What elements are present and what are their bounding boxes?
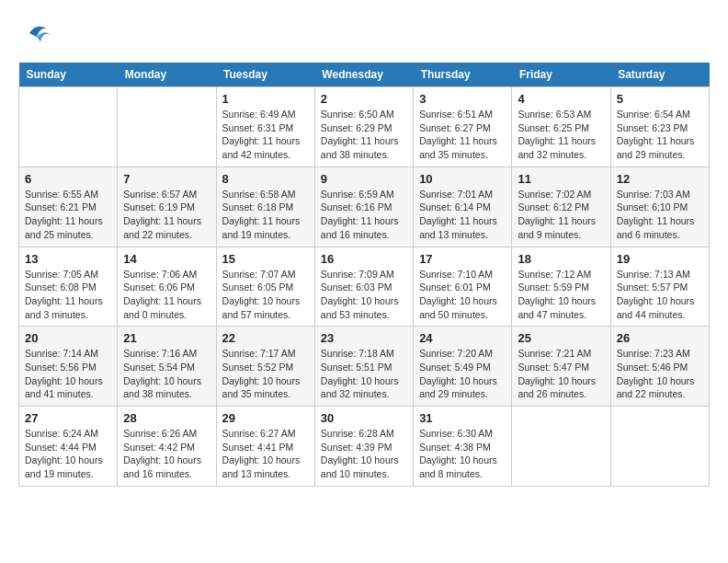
day-number: 15 [222, 252, 309, 266]
calendar-cell: 14Sunrise: 7:06 AM Sunset: 6:06 PM Dayli… [118, 247, 216, 327]
day-number: 5 [617, 92, 703, 106]
calendar-cell: 20Sunrise: 7:14 AM Sunset: 5:56 PM Dayli… [19, 327, 118, 407]
cell-content: Sunrise: 7:06 AM Sunset: 6:06 PM Dayligh… [123, 268, 210, 322]
calendar-cell: 9Sunrise: 6:59 AM Sunset: 6:16 PM Daylig… [314, 167, 413, 247]
calendar-cell: 16Sunrise: 7:09 AM Sunset: 6:03 PM Dayli… [314, 247, 413, 327]
day-number: 31 [419, 411, 506, 425]
day-number: 12 [617, 172, 703, 186]
week-row-5: 27Sunrise: 6:24 AM Sunset: 4:44 PM Dayli… [19, 407, 710, 487]
calendar-cell: 28Sunrise: 6:26 AM Sunset: 4:42 PM Dayli… [118, 407, 216, 487]
cell-content: Sunrise: 6:59 AM Sunset: 6:16 PM Dayligh… [321, 188, 407, 242]
calendar-cell [19, 87, 118, 167]
cell-content: Sunrise: 6:58 AM Sunset: 6:18 PM Dayligh… [222, 188, 309, 242]
calendar-cell: 10Sunrise: 7:01 AM Sunset: 6:14 PM Dayli… [414, 167, 512, 247]
calendar-cell: 5Sunrise: 6:54 AM Sunset: 6:23 PM Daylig… [610, 87, 709, 167]
page-header [18, 18, 710, 48]
cell-content: Sunrise: 6:26 AM Sunset: 4:42 PM Dayligh… [123, 427, 210, 481]
cell-content: Sunrise: 7:09 AM Sunset: 6:03 PM Dayligh… [321, 268, 407, 322]
week-row-4: 20Sunrise: 7:14 AM Sunset: 5:56 PM Dayli… [19, 327, 710, 407]
calendar-cell: 7Sunrise: 6:57 AM Sunset: 6:19 PM Daylig… [118, 167, 216, 247]
header-cell-friday: Friday [512, 63, 610, 87]
cell-content: Sunrise: 7:17 AM Sunset: 5:52 PM Dayligh… [222, 347, 309, 401]
cell-content: Sunrise: 7:01 AM Sunset: 6:14 PM Dayligh… [419, 188, 506, 242]
week-row-1: 1Sunrise: 6:49 AM Sunset: 6:31 PM Daylig… [19, 87, 710, 167]
calendar-cell: 6Sunrise: 6:55 AM Sunset: 6:21 PM Daylig… [19, 167, 118, 247]
cell-content: Sunrise: 7:12 AM Sunset: 5:59 PM Dayligh… [518, 268, 604, 322]
cell-content: Sunrise: 7:23 AM Sunset: 5:46 PM Dayligh… [617, 347, 703, 401]
day-number: 27 [25, 411, 111, 425]
calendar-cell: 30Sunrise: 6:28 AM Sunset: 4:39 PM Dayli… [314, 407, 413, 487]
day-number: 11 [518, 172, 604, 186]
header-cell-monday: Monday [118, 63, 216, 87]
day-number: 28 [123, 411, 210, 425]
day-number: 16 [321, 252, 407, 266]
day-number: 19 [617, 252, 703, 266]
calendar-cell: 8Sunrise: 6:58 AM Sunset: 6:18 PM Daylig… [216, 167, 314, 247]
day-number: 30 [321, 411, 407, 425]
calendar-cell: 26Sunrise: 7:23 AM Sunset: 5:46 PM Dayli… [610, 327, 709, 407]
cell-content: Sunrise: 6:30 AM Sunset: 4:38 PM Dayligh… [419, 427, 506, 481]
cell-content: Sunrise: 6:27 AM Sunset: 4:41 PM Dayligh… [222, 427, 309, 481]
day-number: 3 [419, 92, 506, 106]
day-number: 14 [123, 252, 210, 266]
calendar-cell: 18Sunrise: 7:12 AM Sunset: 5:59 PM Dayli… [512, 247, 610, 327]
header-row: SundayMondayTuesdayWednesdayThursdayFrid… [19, 63, 710, 87]
calendar-cell: 31Sunrise: 6:30 AM Sunset: 4:38 PM Dayli… [414, 407, 512, 487]
day-number: 17 [419, 252, 506, 266]
week-row-3: 13Sunrise: 7:05 AM Sunset: 6:08 PM Dayli… [19, 247, 710, 327]
day-number: 10 [419, 172, 506, 186]
cell-content: Sunrise: 6:54 AM Sunset: 6:23 PM Dayligh… [617, 108, 703, 162]
day-number: 9 [321, 172, 407, 186]
cell-content: Sunrise: 6:28 AM Sunset: 4:39 PM Dayligh… [321, 427, 407, 481]
day-number: 2 [321, 92, 407, 106]
cell-content: Sunrise: 7:13 AM Sunset: 5:57 PM Dayligh… [617, 268, 703, 322]
cell-content: Sunrise: 7:05 AM Sunset: 6:08 PM Dayligh… [25, 268, 111, 322]
calendar-cell [512, 407, 610, 487]
cell-content: Sunrise: 6:53 AM Sunset: 6:25 PM Dayligh… [518, 108, 604, 162]
cell-content: Sunrise: 7:02 AM Sunset: 6:12 PM Dayligh… [518, 188, 604, 242]
calendar-cell: 19Sunrise: 7:13 AM Sunset: 5:57 PM Dayli… [610, 247, 709, 327]
calendar-cell: 17Sunrise: 7:10 AM Sunset: 6:01 PM Dayli… [414, 247, 512, 327]
day-number: 24 [419, 331, 506, 345]
day-number: 18 [518, 252, 604, 266]
calendar-cell: 24Sunrise: 7:20 AM Sunset: 5:49 PM Dayli… [414, 327, 512, 407]
calendar-cell: 29Sunrise: 6:27 AM Sunset: 4:41 PM Dayli… [216, 407, 314, 487]
calendar-cell: 27Sunrise: 6:24 AM Sunset: 4:44 PM Dayli… [19, 407, 118, 487]
calendar-cell [118, 87, 216, 167]
day-number: 26 [617, 331, 703, 345]
day-number: 6 [25, 172, 111, 186]
header-cell-thursday: Thursday [414, 63, 512, 87]
day-number: 22 [222, 331, 309, 345]
day-number: 23 [321, 331, 407, 345]
calendar-cell [610, 407, 709, 487]
header-cell-wednesday: Wednesday [314, 63, 413, 87]
cell-content: Sunrise: 7:07 AM Sunset: 6:05 PM Dayligh… [222, 268, 309, 322]
day-number: 25 [518, 331, 604, 345]
cell-content: Sunrise: 7:21 AM Sunset: 5:47 PM Dayligh… [518, 347, 604, 401]
cell-content: Sunrise: 6:50 AM Sunset: 6:29 PM Dayligh… [321, 108, 407, 162]
calendar-cell: 1Sunrise: 6:49 AM Sunset: 6:31 PM Daylig… [216, 87, 314, 167]
day-number: 29 [222, 411, 309, 425]
calendar-cell: 11Sunrise: 7:02 AM Sunset: 6:12 PM Dayli… [512, 167, 610, 247]
cell-content: Sunrise: 7:20 AM Sunset: 5:49 PM Dayligh… [419, 347, 506, 401]
calendar-cell: 2Sunrise: 6:50 AM Sunset: 6:29 PM Daylig… [314, 87, 413, 167]
cell-content: Sunrise: 7:18 AM Sunset: 5:51 PM Dayligh… [321, 347, 407, 401]
cell-content: Sunrise: 6:51 AM Sunset: 6:27 PM Dayligh… [419, 108, 506, 162]
logo [18, 18, 51, 48]
cell-content: Sunrise: 6:57 AM Sunset: 6:19 PM Dayligh… [123, 188, 210, 242]
calendar-cell: 3Sunrise: 6:51 AM Sunset: 6:27 PM Daylig… [414, 87, 512, 167]
calendar-cell: 21Sunrise: 7:16 AM Sunset: 5:54 PM Dayli… [118, 327, 216, 407]
day-number: 13 [25, 252, 111, 266]
day-number: 20 [25, 331, 111, 345]
calendar-cell: 25Sunrise: 7:21 AM Sunset: 5:47 PM Dayli… [512, 327, 610, 407]
calendar-cell: 13Sunrise: 7:05 AM Sunset: 6:08 PM Dayli… [19, 247, 118, 327]
header-cell-sunday: Sunday [19, 63, 118, 87]
cell-content: Sunrise: 6:49 AM Sunset: 6:31 PM Dayligh… [222, 108, 309, 162]
cell-content: Sunrise: 7:03 AM Sunset: 6:10 PM Dayligh… [617, 188, 703, 242]
cell-content: Sunrise: 6:55 AM Sunset: 6:21 PM Dayligh… [25, 188, 111, 242]
calendar-cell: 12Sunrise: 7:03 AM Sunset: 6:10 PM Dayli… [610, 167, 709, 247]
calendar-cell: 23Sunrise: 7:18 AM Sunset: 5:51 PM Dayli… [314, 327, 413, 407]
header-cell-tuesday: Tuesday [216, 63, 314, 87]
cell-content: Sunrise: 6:24 AM Sunset: 4:44 PM Dayligh… [25, 427, 111, 481]
day-number: 1 [222, 92, 309, 106]
